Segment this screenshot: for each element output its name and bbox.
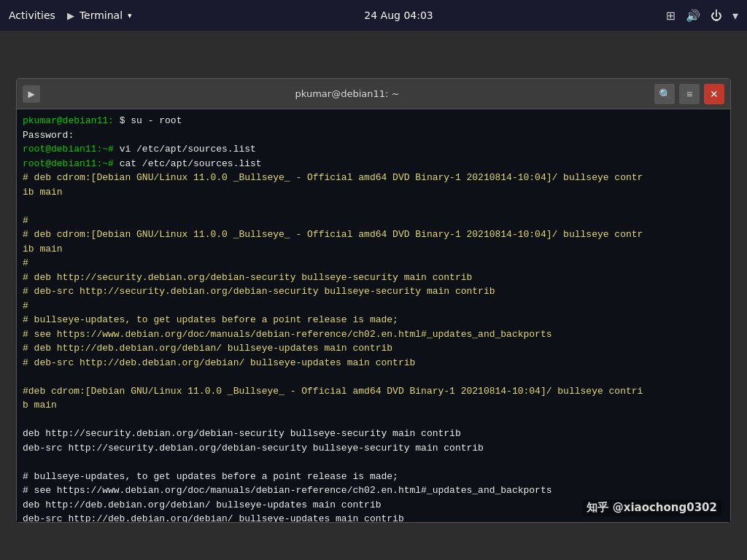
activities-button[interactable]: Activities: [9, 9, 55, 21]
topbar: Activities ▶ Terminal ▾ 24 Aug 04:03 ⊞ 🔊…: [0, 0, 747, 31]
search-button[interactable]: 🔍: [654, 84, 675, 104]
topbar-datetime: 24 Aug 04:03: [364, 9, 433, 21]
system-menu-chevron[interactable]: ▾: [732, 9, 738, 23]
terminal-menu-label: Terminal: [80, 9, 123, 21]
sound-icon[interactable]: 🔊: [686, 9, 700, 23]
terminal-menu-icon: ▶: [67, 10, 74, 21]
network-icon[interactable]: ⊞: [666, 9, 676, 23]
terminal-body[interactable]: pkumar@debian11: $ su - root Password: r…: [17, 109, 730, 522]
power-icon[interactable]: ⏻: [711, 9, 722, 23]
titlebar-controls: 🔍 ≡ ✕: [654, 84, 724, 104]
topbar-right: ⊞ 🔊 ⏻ ▾: [666, 9, 738, 23]
terminal-window: ▶ pkumar@debian11: ~ 🔍 ≡ ✕ pkumar@debian…: [16, 78, 731, 523]
terminal-menu-chevron: ▾: [128, 11, 132, 20]
terminal-window-icon: ▶: [23, 85, 40, 103]
topbar-left: Activities ▶ Terminal ▾: [9, 9, 132, 21]
terminal-menu[interactable]: ▶ Terminal ▾: [67, 9, 132, 21]
close-button[interactable]: ✕: [704, 84, 724, 104]
titlebar-left: ▶: [23, 85, 40, 103]
terminal-titlebar: ▶ pkumar@debian11: ~ 🔍 ≡ ✕: [17, 79, 730, 109]
terminal-title: pkumar@debian11: ~: [40, 88, 654, 99]
menu-button[interactable]: ≡: [679, 84, 700, 104]
main-area: ▶ pkumar@debian11: ~ 🔍 ≡ ✕ pkumar@debian…: [0, 31, 747, 560]
